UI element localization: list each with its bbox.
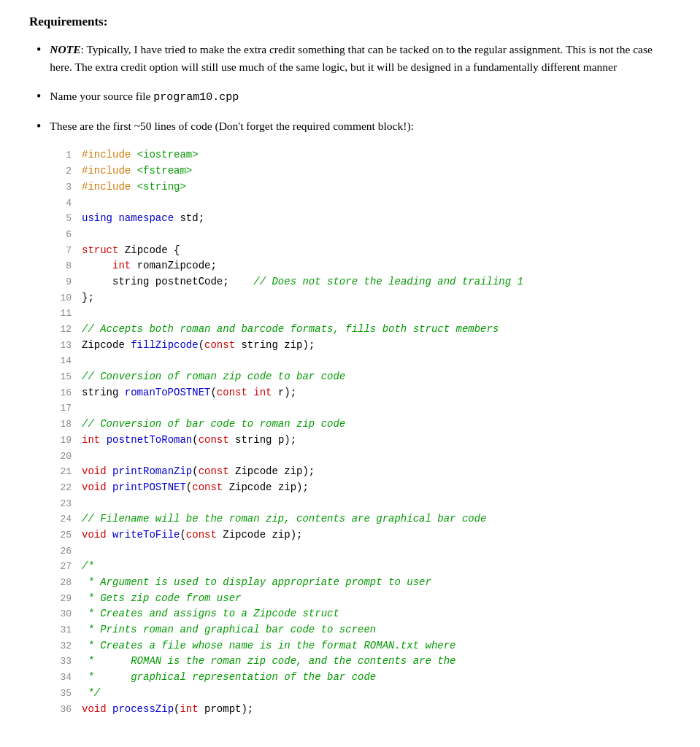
code-content-23 — [82, 496, 88, 512]
code-block: 1 #include <iostream> 2 #include <fstrea… — [51, 147, 671, 717]
code-content-6 — [82, 227, 88, 243]
code-line-10: 10 }; — [51, 290, 671, 306]
code-content-4 — [82, 196, 88, 212]
code-content-33: * ROMAN is the roman zip code, and the c… — [82, 654, 455, 670]
line-num-7: 7 — [51, 244, 72, 258]
code-content-34: * graphical representation of the bar co… — [82, 670, 376, 686]
line-num-3: 3 — [51, 180, 72, 195]
code-content-3: #include <string> — [82, 179, 186, 196]
filename-text: Name your source file program10.cpp — [50, 88, 239, 106]
line-num-12: 12 — [51, 322, 72, 337]
code-line-11: 11 — [51, 306, 671, 322]
code-line-24: 24 // Filename will be the roman zip, co… — [51, 511, 671, 527]
line-num-18: 18 — [51, 417, 72, 432]
line-num-13: 13 — [51, 338, 72, 353]
code-line-20: 20 — [51, 449, 671, 465]
line-num-25: 25 — [51, 528, 72, 543]
code-content-19: int postnetToRoman(const string p); — [82, 433, 296, 449]
code-content-17 — [82, 400, 88, 417]
line-num-26: 26 — [51, 544, 72, 559]
code-line-14: 14 — [51, 353, 671, 369]
line-num-36: 36 — [51, 703, 72, 717]
line-num-21: 21 — [51, 465, 72, 479]
bullet-lines: These are the first ~50 lines of code (D… — [29, 117, 671, 136]
code-line-25: 25 void writeToFile(const Zipcode zip); — [51, 527, 671, 543]
line-num-10: 10 — [51, 291, 72, 306]
line-num-19: 19 — [51, 433, 72, 448]
code-content-15: // Conversion of roman zip code to bar c… — [82, 369, 345, 385]
requirements-heading: Requirements: — [29, 15, 671, 29]
code-line-26: 26 — [51, 543, 671, 560]
line-num-11: 11 — [51, 306, 72, 321]
code-line-29: 29 * Gets zip code from user — [51, 591, 671, 607]
code-line-7: 7 struct Zipcode { — [51, 243, 671, 259]
code-line-8: 8 int romanZipcode; — [51, 258, 671, 274]
code-line-18: 18 // Conversion of bar code to roman zi… — [51, 417, 671, 433]
code-content-27: /* — [82, 559, 94, 575]
line-num-23: 23 — [51, 497, 72, 511]
code-content-18: // Conversion of bar code to roman zip c… — [82, 417, 345, 433]
line-num-8: 8 — [51, 259, 72, 274]
code-content-31: * Prints roman and graphical bar code to… — [82, 622, 376, 638]
code-line-36: 36 void processZip(int prompt); — [51, 702, 671, 718]
code-line-12: 12 // Accepts both roman and barcode for… — [51, 322, 671, 338]
code-content-2: #include <fstream> — [82, 163, 192, 179]
line-num-34: 34 — [51, 670, 72, 685]
line-num-6: 6 — [51, 228, 72, 242]
code-content-22: void printPOSTNET(const Zipcode zip); — [82, 480, 309, 496]
code-content-5: using namespace std; — [82, 211, 204, 227]
code-content-32: * Creates a file whose name is in the fo… — [82, 638, 455, 654]
code-content-12: // Accepts both roman and barcode format… — [82, 322, 499, 338]
code-line-32: 32 * Creates a file whose name is in the… — [51, 638, 671, 654]
code-content-8: int romanZipcode; — [82, 258, 217, 274]
code-line-21: 21 void printRomanZip(const Zipcode zip)… — [51, 464, 671, 480]
code-content-11 — [82, 306, 88, 322]
code-line-27: 27 /* — [51, 559, 671, 575]
line-num-32: 32 — [51, 639, 72, 654]
line-num-31: 31 — [51, 623, 72, 638]
note-body: : Typically, I have tried to make the ex… — [50, 43, 653, 73]
code-content-30: * Creates and assigns to a Zipcode struc… — [82, 606, 339, 622]
code-line-16: 16 string romanToPOSTNET(const int r); — [51, 385, 671, 401]
code-line-33: 33 * ROMAN is the roman zip code, and th… — [51, 654, 671, 670]
line-num-28: 28 — [51, 576, 72, 590]
bullet-note: NOTE: Typically, I have tried to make th… — [29, 41, 671, 76]
code-content-21: void printRomanZip(const Zipcode zip); — [82, 464, 315, 480]
code-content-9: string postnetCode; // Does not store th… — [82, 274, 523, 290]
code-content-28: * Argument is used to display appropriat… — [82, 575, 431, 591]
code-line-28: 28 * Argument is used to display appropr… — [51, 575, 671, 591]
note-italic: NOTE — [50, 43, 80, 55]
code-content-25: void writeToFile(const Zipcode zip); — [82, 527, 302, 543]
code-content-36: void processZip(int prompt); — [82, 702, 253, 718]
line-num-20: 20 — [51, 449, 72, 464]
code-line-2: 2 #include <fstream> — [51, 163, 671, 179]
line-num-4: 4 — [51, 196, 72, 211]
line-num-27: 27 — [51, 560, 72, 574]
code-line-30: 30 * Creates and assigns to a Zipcode st… — [51, 606, 671, 622]
code-line-9: 9 string postnetCode; // Does not store … — [51, 274, 671, 290]
line-num-14: 14 — [51, 354, 72, 368]
line-num-5: 5 — [51, 212, 72, 226]
line-num-29: 29 — [51, 592, 72, 606]
filename-code: program10.cpp — [153, 91, 239, 104]
filename-label: Name your source file — [50, 90, 153, 102]
note-text: NOTE: Typically, I have tried to make th… — [50, 41, 671, 76]
code-line-17: 17 — [51, 400, 671, 417]
code-content-13: Zipcode fillZipcode(const string zip); — [82, 338, 315, 354]
line-num-30: 30 — [51, 607, 72, 622]
code-content-26 — [82, 543, 88, 560]
code-content-35: */ — [82, 686, 100, 702]
line-num-22: 22 — [51, 481, 72, 495]
code-line-31: 31 * Prints roman and graphical bar code… — [51, 622, 671, 638]
code-line-19: 19 int postnetToRoman(const string p); — [51, 433, 671, 449]
code-content-29: * Gets zip code from user — [82, 591, 241, 607]
line-num-15: 15 — [51, 370, 72, 384]
code-content-24: // Filename will be the roman zip, conte… — [82, 511, 487, 527]
line-num-33: 33 — [51, 654, 72, 669]
line-num-2: 2 — [51, 164, 72, 179]
code-line-4: 4 — [51, 196, 671, 212]
code-content-16: string romanToPOSTNET(const int r); — [82, 385, 296, 401]
line-num-9: 9 — [51, 275, 72, 290]
lines-label: These are the first ~50 lines of code (D… — [50, 117, 414, 135]
code-line-13: 13 Zipcode fillZipcode(const string zip)… — [51, 338, 671, 354]
